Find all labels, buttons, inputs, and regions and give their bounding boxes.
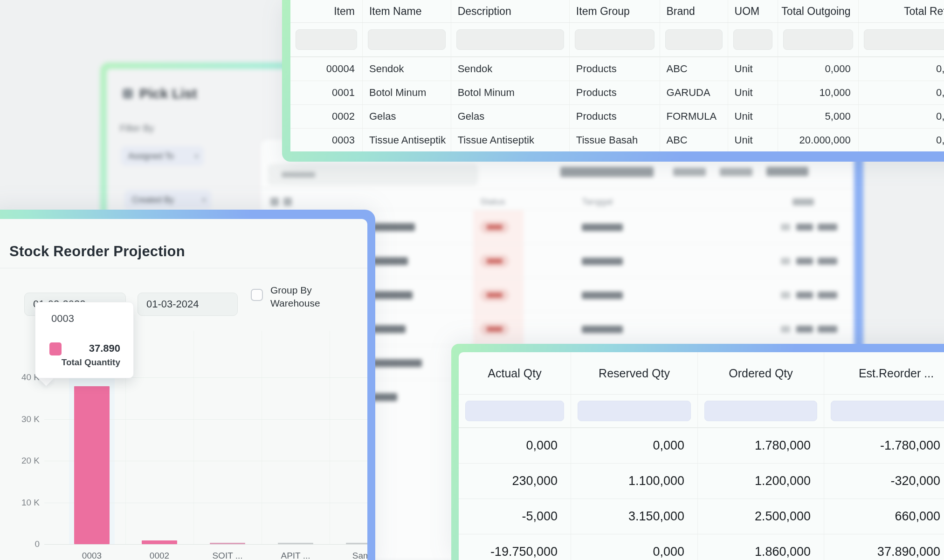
filter-cell [571,395,698,427]
table-cell: 0,000 [859,129,944,151]
table-row[interactable]: 0001Botol MinumBotol MinumProductsGARUDA… [290,81,944,104]
status-badge [480,221,509,233]
assigned-to-filter[interactable]: Assigned To ▾ [121,146,204,166]
column-filter-input[interactable] [368,29,446,50]
column-filter-input[interactable] [831,401,944,421]
filter-cell [660,23,728,56]
group-by-warehouse-checkbox[interactable] [251,289,263,301]
y-axis-tick-label: 20 K [0,456,40,465]
column-filter-input[interactable] [575,29,655,50]
chart-bar-Sams[interactable] [346,543,367,544]
column-filter-input[interactable] [704,401,817,421]
x-axis-tick-label: Sams [336,551,367,560]
assigned-to-label: Assigned To [128,151,174,161]
row-action-icon [781,258,790,265]
table-cell: 0002 [290,105,363,128]
table-cell: ABC [660,57,728,81]
filter-cell [570,23,660,56]
table-row[interactable]: -19.750,0000,0001.860,00037.890,000 [459,534,944,560]
table-cell: 00004 [290,57,363,81]
table-row[interactable]: 0,0000,0001.780,000-1.780,000 [459,428,944,463]
comment-count [796,292,813,299]
column-header-uom: UOM [728,0,778,22]
table-cell: Tissue Antiseptik [451,129,570,151]
like-count [818,224,837,231]
list-settings-icon[interactable] [283,198,292,206]
table-cell: Botol Minum [363,81,451,104]
table-row[interactable]: 0002GelasGelasProductsFORMULAUnit5,0000,… [290,104,944,128]
status-badge-text [487,327,503,332]
chart-bar-SOIT[interactable] [210,543,245,544]
list-icon [123,89,133,99]
column-header-reserved-qty: Reserved Qty [571,352,698,394]
created-by-filter[interactable]: Created By ▾ [124,190,211,210]
status-badge [480,323,509,335]
comment-count [796,224,813,231]
filter-control-placeholder[interactable] [560,167,654,177]
table-cell: -5,000 [459,499,571,534]
y-axis-tick-label: 40 K [0,373,40,382]
row-action-icon [781,326,790,333]
table-row[interactable]: 0003Tissue AntiseptikTissue AntiseptikTi… [290,128,944,151]
column-filter-input[interactable] [296,29,357,50]
created-by-label: Created By [132,195,174,205]
date-to-input[interactable]: 01-03-2024 [138,293,238,316]
group-by-warehouse-label: Group By Warehouse [270,284,326,310]
table-cell: 37.890,000 [824,534,944,560]
filter-control-placeholder[interactable] [766,167,808,176]
table-cell: Products [570,105,660,128]
select-all-checkbox[interactable] [270,198,279,206]
column-filter-input[interactable] [578,401,691,421]
table-cell: -320,000 [824,464,944,499]
blurred-date-text [582,292,623,299]
chart-bar-APIT[interactable] [278,543,313,544]
like-count [818,258,837,265]
table-cell: 10,000 [778,81,859,104]
search-input[interactable] [268,164,478,185]
chart-bar-0003[interactable] [74,386,110,544]
blurred-date-text [582,258,623,265]
table-filter-row [290,22,944,57]
column-filter-input[interactable] [864,29,944,50]
table-row[interactable]: 230,0001.100,0001.200,000-320,000 [459,463,944,499]
column-filter-input[interactable] [783,29,853,50]
tooltip-category: 0003 [51,313,74,325]
table-cell: 1.860,000 [698,534,824,560]
comment-count [796,258,813,265]
column-filter-input[interactable] [465,401,564,421]
y-axis-tick-label: 0 [0,540,40,549]
column-filter-input[interactable] [456,29,564,50]
table-cell: GARUDA [660,81,728,104]
item-report-table: ItemItem NameDescriptionItem GroupBrandU… [282,0,944,162]
table-cell: Unit [728,129,778,151]
table-row[interactable]: -5,0003.150,0002.500,000660,000 [459,499,944,534]
table-cell: Products [570,57,660,81]
date-column-header: Tanggal [582,197,613,207]
column-header-placeholder [792,198,814,205]
column-header-actual-qty: Actual Qty [459,352,571,394]
status-badge-text [487,225,503,230]
table-cell: Tissue Basah [570,129,660,151]
filter-cell [728,23,778,56]
x-axis-tick-label: APIT ... [268,551,324,560]
filter-control-placeholder[interactable] [673,168,706,176]
column-header-est-reorder-: Est.Reorder ... [824,352,944,394]
chevron-down-icon: ▾ [195,152,198,160]
table-cell: 0,000 [859,57,944,81]
filter-cell [778,23,859,56]
column-filter-input[interactable] [733,29,772,50]
table-cell: 0,000 [571,534,698,560]
table-cell: Unit [728,105,778,128]
filter-control-placeholder[interactable] [720,168,752,176]
table-cell: 20.000,000 [778,129,859,151]
column-filter-input[interactable] [665,29,723,50]
row-action-icon [781,292,790,299]
table-cell: 0,000 [571,428,698,463]
chart-bar-0002[interactable] [142,540,177,544]
status-column-header: Status [480,197,505,207]
table-row[interactable]: 00004SendokSendokProductsABCUnit0,0000,0… [290,57,944,81]
blurred-date-text [582,326,623,333]
table-filter-row [459,394,944,428]
reorder-qty-table: Actual QtyReserved QtyOrdered QtyEst.Reo… [451,344,944,560]
x-axis-tick-label: 0002 [131,551,187,560]
